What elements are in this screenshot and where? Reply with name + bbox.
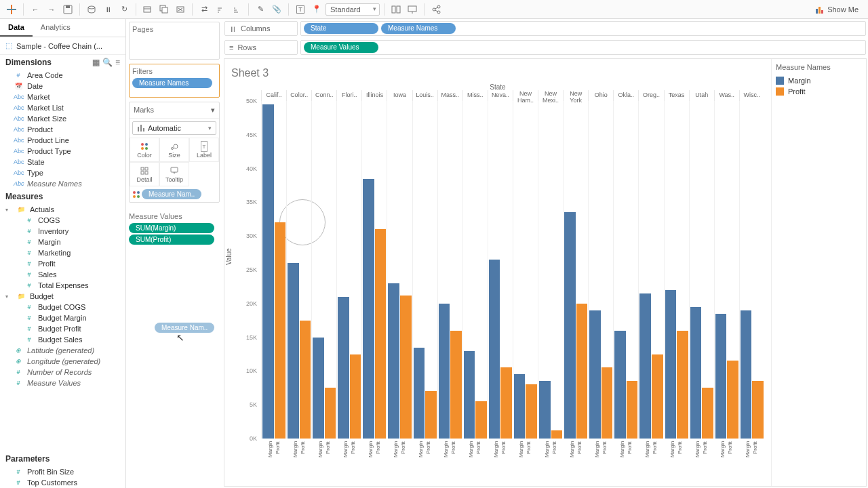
bar-margin[interactable] [665,290,677,439]
save-icon[interactable] [60,2,75,17]
highlight-icon[interactable]: ✎ [253,2,268,17]
back-icon[interactable]: ← [28,2,43,17]
field-budget-cogs[interactable]: #Budget COGS [0,302,125,312]
folder-budget[interactable]: ▾📁Budget [0,291,125,302]
bar-profit[interactable] [576,304,588,439]
pages-shelf[interactable]: Pages [129,22,220,60]
mark-color-button[interactable]: Color [130,138,159,162]
bar-margin[interactable] [564,212,576,439]
filter-pill-measure-names[interactable]: Measure Names [132,78,212,88]
bar-margin[interactable] [741,310,752,439]
duplicate-icon[interactable] [157,2,172,17]
bar-margin[interactable] [262,104,274,439]
cards-icon[interactable] [389,2,403,17]
mark-type-select[interactable]: Automatic [132,121,216,135]
chart-area[interactable]: Sheet 3 State Calif..Color..Conn..Flori.… [224,59,771,486]
presentation-icon[interactable] [405,2,420,17]
bar-margin[interactable] [514,374,526,439]
mark-size-button[interactable]: Size [159,138,189,162]
bar-margin[interactable] [489,260,500,439]
field-market[interactable]: AbcMarket [0,92,125,102]
legend-card[interactable]: Measure Names MarginProfit [771,59,866,486]
bar-margin[interactable] [338,297,349,439]
bar-margin[interactable] [639,293,651,439]
bar-profit[interactable] [450,331,462,439]
field-inventory[interactable]: #Inventory [0,226,125,237]
fit-select[interactable]: Standard [326,3,380,16]
bar-profit[interactable] [500,367,512,439]
field-profit[interactable]: #Profit [0,258,125,269]
swap-icon[interactable]: ⇄ [197,2,212,17]
bar-margin[interactable] [288,263,299,439]
bar-margin[interactable] [363,179,374,439]
bar-profit[interactable] [752,381,764,439]
field-state[interactable]: AbcState [0,157,125,167]
bar-profit[interactable] [702,388,713,439]
clear-icon[interactable] [173,2,188,17]
field-cogs[interactable]: #COGS [0,215,125,226]
mv-pill-sum-margin[interactable]: SUM(Margin) [129,223,214,233]
mark-tooltip-button[interactable]: Tooltip [159,162,189,186]
pin-icon[interactable]: 📍 [309,2,324,17]
param-profit-bin-size[interactable]: #Profit Bin Size [0,466,125,477]
field-type[interactable]: AbcType [0,167,125,178]
field-total-expenses[interactable]: #Total Expenses [0,280,125,291]
field-number-of-records[interactable]: #Number of Records [0,367,125,378]
bar-profit[interactable] [300,321,311,439]
filters-shelf[interactable]: Filters Measure Names [129,64,220,98]
bar-profit[interactable] [425,391,437,439]
bar-profit[interactable] [551,430,563,439]
bar-margin[interactable] [614,331,626,439]
refresh-icon[interactable]: ↻ [117,2,132,17]
bar-margin[interactable] [715,314,727,439]
forward-icon[interactable]: → [44,2,59,17]
bar-margin[interactable] [690,307,702,439]
menu-icon[interactable]: ≡ [115,58,120,67]
datasource-item[interactable]: ⬚ Sample - Coffee Chain (... [0,37,125,55]
bar-profit[interactable] [275,222,286,439]
tableau-logo-icon[interactable] [4,2,19,17]
bar-margin[interactable] [464,351,475,439]
tab-analytics[interactable]: Analytics [33,19,79,37]
bar-margin[interactable] [388,283,399,439]
mark-label-button[interactable]: TLabel [189,138,219,162]
bar-profit[interactable] [400,296,412,439]
measure-values-shelf[interactable]: Measure Values SUM(Margin) SUM(Profit) [129,211,220,246]
show-me-button[interactable]: Show Me [810,3,864,16]
tab-data[interactable]: Data [0,19,33,37]
group-icon[interactable]: 📎 [269,2,284,17]
labels-icon[interactable]: T [293,2,308,17]
field-market-size[interactable]: AbcMarket Size [0,113,125,124]
field-product[interactable]: AbcProduct [0,124,125,135]
sort-desc-icon[interactable] [229,2,244,17]
bar-margin[interactable] [439,304,450,439]
bar-profit[interactable] [601,367,613,439]
bar-profit[interactable] [526,384,537,439]
field-budget-profit[interactable]: #Budget Profit [0,323,125,334]
bar-profit[interactable] [350,354,361,439]
field-measure-names[interactable]: AbcMeasure Names [0,178,125,189]
bar-margin[interactable] [313,338,324,439]
legend-item-profit[interactable]: Profit [776,86,862,97]
bar-profit[interactable] [475,401,487,439]
legend-item-margin[interactable]: Margin [776,75,862,86]
columns-shelf[interactable]: State Measure Names [300,21,866,36]
pause-updates-icon[interactable]: ⏸ [100,2,115,17]
mv-pill-sum-profit[interactable]: SUM(Profit) [129,235,214,245]
mark-detail-button[interactable]: Detail [130,162,159,186]
view-icon[interactable]: ▦ [92,58,100,67]
field-sales[interactable]: #Sales [0,269,125,280]
bar-margin[interactable] [589,310,601,439]
field-budget-margin[interactable]: #Budget Margin [0,312,125,323]
sort-asc-icon[interactable] [213,2,228,17]
color-pill-measure-names[interactable]: Measure Nam.. [142,189,201,199]
bar-profit[interactable] [727,361,738,439]
new-worksheet-icon[interactable] [140,2,155,17]
field-measure-values[interactable]: #Measure Values [0,378,125,388]
row-pill-measure-values[interactable]: Measure Values [304,42,378,53]
field-marketing[interactable]: #Marketing [0,247,125,258]
col-pill-state[interactable]: State [304,23,378,34]
bar-profit[interactable] [652,354,663,439]
search-icon[interactable]: 🔍 [102,58,113,67]
bar-profit[interactable] [677,331,688,439]
